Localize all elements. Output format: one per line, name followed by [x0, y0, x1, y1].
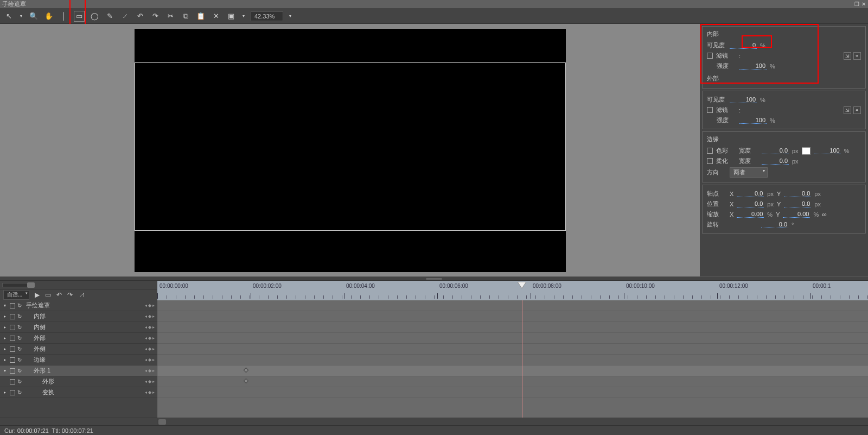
track-row[interactable]: ▸↻内部◂ ◆ ▸	[0, 311, 157, 322]
playhead-icon[interactable]	[518, 282, 526, 289]
pos-y-value[interactable]: 0.0	[784, 200, 811, 207]
pos-x-value[interactable]: 0.0	[737, 200, 764, 207]
inner-import-icon[interactable]: ⇲	[844, 52, 851, 60]
fit-select[interactable]: 自适...	[3, 290, 29, 300]
zoom-dd-icon[interactable]: ▾	[288, 11, 293, 22]
link-scale-icon[interactable]: ∞	[822, 211, 827, 218]
track-row[interactable]: ▾↻手绘遮罩◂ ◆ ▸	[0, 300, 157, 311]
node-tool-icon[interactable]: ⟋	[119, 11, 130, 22]
crop-icon[interactable]: ▣	[226, 11, 237, 22]
edge-width2-value[interactable]: 0.0	[762, 157, 789, 165]
enable-checkbox[interactable]	[10, 336, 15, 341]
track-lane[interactable]	[157, 322, 868, 333]
time-ruler[interactable]: 00:00:00:0000:00:02:0000:00:04:0000:00:0…	[157, 281, 868, 300]
enable-checkbox[interactable]	[10, 379, 15, 384]
pivot-x-value[interactable]: 0.0	[737, 190, 764, 197]
track-lane[interactable]	[157, 344, 868, 355]
expand-icon[interactable]: ▸	[2, 336, 8, 341]
inner-filter-checkbox[interactable]	[707, 53, 713, 59]
track-area[interactable]	[157, 300, 868, 418]
outer-intensity-value[interactable]: 100	[739, 117, 767, 124]
track-row[interactable]: ▾↻外形 1◂ ◆ ▸	[0, 365, 157, 376]
track-lane[interactable]	[157, 387, 868, 398]
next-kf-icon[interactable]: ↷	[67, 291, 73, 299]
cycle-icon[interactable]: ↻	[17, 389, 23, 395]
arrow-tool-icon[interactable]: ↖	[3, 11, 14, 22]
enable-checkbox[interactable]	[10, 390, 15, 395]
h-scrollbar[interactable]	[0, 418, 868, 425]
mask-rect[interactable]	[135, 62, 566, 231]
inner-lock-icon[interactable]: ⚭	[853, 52, 861, 60]
undo-icon[interactable]: ↶	[135, 11, 145, 22]
copy-icon[interactable]: ⧉	[180, 11, 191, 22]
track-lane[interactable]	[157, 355, 868, 365]
edge-width1-value[interactable]: 0.0	[762, 147, 789, 154]
line-tool-icon[interactable]: │	[59, 11, 69, 22]
track-lane[interactable]	[157, 333, 868, 344]
edge-dir-select[interactable]: 两者	[730, 167, 768, 178]
cycle-icon[interactable]: ↻	[17, 335, 23, 341]
zoom-input[interactable]: 42.33%	[251, 11, 283, 21]
crop-dd-icon[interactable]: ▾	[241, 11, 246, 22]
kf-nav[interactable]: ◂ ◆ ▸	[145, 379, 155, 384]
edge-color-chip[interactable]	[802, 147, 810, 155]
expand-icon[interactable]: ▸	[2, 357, 8, 362]
enable-checkbox[interactable]	[10, 325, 15, 330]
outer-import-icon[interactable]: ⇲	[844, 106, 851, 114]
paste-icon[interactable]: 📋	[195, 11, 206, 22]
kf-nav[interactable]: ◂ ◆ ▸	[145, 303, 155, 308]
cycle-icon[interactable]: ↻	[17, 346, 23, 352]
outer-lock-icon[interactable]: ⚭	[853, 106, 861, 114]
kf-nav[interactable]: ◂ ◆ ▸	[145, 336, 155, 341]
kf-nav[interactable]: ◂ ◆ ▸	[145, 368, 155, 373]
cut-icon[interactable]: ✂	[165, 11, 176, 22]
track-row[interactable]: ▸↻变换◂ ◆ ▸	[0, 387, 157, 398]
cycle-icon[interactable]: ↻	[17, 379, 23, 384]
restore-icon[interactable]: ❐	[854, 1, 859, 7]
pen-tool-icon[interactable]: ✎	[104, 11, 115, 22]
track-row[interactable]: ▸↻外部◂ ◆ ▸	[0, 333, 157, 344]
redo-icon[interactable]: ↷	[150, 11, 161, 22]
splitter[interactable]	[0, 276, 868, 281]
expand-icon[interactable]: ▸	[2, 346, 8, 351]
enable-checkbox[interactable]	[10, 368, 15, 374]
loop-icon[interactable]: ▭	[45, 291, 51, 299]
graph-icon[interactable]: ⩘	[78, 291, 85, 299]
edge-color-checkbox[interactable]	[707, 148, 713, 154]
track-row[interactable]: ▸↻外侧◂ ◆ ▸	[0, 344, 157, 355]
inner-intensity-value[interactable]: 100	[739, 62, 767, 70]
expand-icon[interactable]: ▾	[2, 368, 8, 373]
kf-nav[interactable]: ◂ ◆ ▸	[145, 346, 155, 351]
enable-checkbox[interactable]	[10, 303, 15, 308]
scale-y-value[interactable]: 0.00	[783, 211, 810, 218]
cycle-icon[interactable]: ↻	[17, 302, 23, 308]
delete-icon[interactable]: ✕	[210, 11, 221, 22]
track-row[interactable]: ▸↻内侧◂ ◆ ▸	[0, 322, 157, 333]
track-lane[interactable]	[157, 311, 868, 322]
track-lane[interactable]	[157, 300, 868, 311]
inner-visibility-value[interactable]: 0	[730, 42, 757, 49]
track-row[interactable]: ↻外形◂ ◆ ▸	[0, 376, 157, 387]
track-row[interactable]: ▸↻边缘◂ ◆ ▸	[0, 355, 157, 365]
cycle-icon[interactable]: ↻	[17, 368, 23, 374]
outer-filter-checkbox[interactable]	[707, 107, 713, 113]
track-lane[interactable]	[157, 365, 868, 376]
track-lane[interactable]	[157, 376, 868, 387]
cycle-icon[interactable]: ↻	[17, 357, 23, 363]
expand-icon[interactable]: ▾	[2, 303, 8, 308]
enable-checkbox[interactable]	[10, 346, 15, 352]
play-icon[interactable]: ▶	[35, 291, 40, 299]
enable-checkbox[interactable]	[10, 357, 15, 363]
edge-soft-checkbox[interactable]	[707, 158, 713, 164]
scale-x-value[interactable]: 0.00	[737, 211, 764, 218]
cycle-icon[interactable]: ↻	[17, 324, 23, 330]
prev-kf-icon[interactable]: ↶	[56, 291, 62, 299]
kf-nav[interactable]: ◂ ◆ ▸	[145, 357, 155, 362]
zoom-tool-icon[interactable]: 🔍	[28, 11, 39, 22]
pivot-y-value[interactable]: 0.0	[784, 190, 811, 197]
arrow-dd-icon[interactable]: ▾	[18, 11, 24, 22]
canvas[interactable]	[0, 24, 700, 276]
edge-pct-value[interactable]: 100	[814, 147, 841, 154]
kf-nav[interactable]: ◂ ◆ ▸	[145, 325, 155, 330]
kf-nav[interactable]: ◂ ◆ ▸	[145, 314, 155, 319]
